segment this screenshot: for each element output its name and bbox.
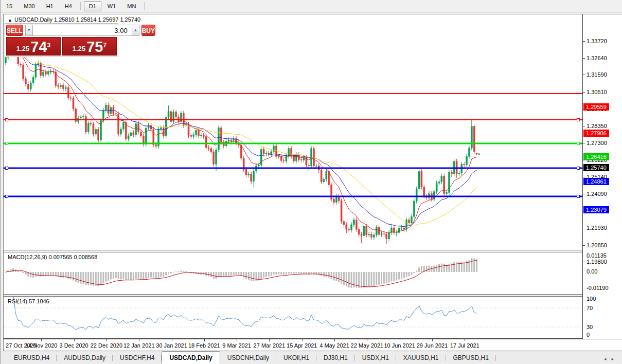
toolbar-separator (144, 2, 145, 10)
buy-button[interactable]: BUY (141, 25, 155, 36)
line-handle[interactable] (577, 142, 580, 145)
ask-big-digits: 75 (86, 40, 103, 53)
chart-tab-usdcad-daily[interactable]: USDCAD,Daily (162, 351, 220, 364)
price-axis-label: 1.28350 (587, 123, 607, 130)
macd-axis-label: 0.00 (587, 268, 597, 275)
chart-tab-bar: EURUSD,H4AUDUSD,DailyUSDCHF,H4USDCAD,Dai… (1, 352, 622, 364)
chart-tab-ukoil-h1[interactable]: UKOil,H1 (276, 352, 316, 364)
date-axis-tick (334, 339, 335, 341)
rsi-label: RSI(14) 57.1046 (8, 298, 49, 304)
ask-pipette: 7 (103, 38, 106, 53)
price-axis-label: 1.31590 (587, 71, 607, 78)
chart-tab-usdx-h1[interactable]: USDX,H1 (355, 352, 396, 364)
line-handle[interactable] (577, 167, 580, 169)
ohlc-open: 1.25810 (54, 16, 75, 23)
ohlc-close: 1.25740 (120, 16, 140, 23)
chart-tab-dj30-h1[interactable]: DJ30,H1 (316, 352, 355, 364)
volume-input[interactable] (33, 25, 132, 36)
price-axis-tick (583, 143, 585, 143)
ohlc-high: 1.25814 (76, 16, 97, 23)
date-axis[interactable]: 27 Oct 202014 Nov 20203 Dec 202022 Dec 2… (4, 339, 622, 351)
timeframe-button-h4[interactable]: H4 (60, 1, 77, 11)
timeframe-button-w1[interactable]: W1 (102, 1, 121, 11)
volume-decrease-button[interactable]: ▼ (25, 25, 33, 36)
ma-slow-line (6, 41, 477, 225)
chart-tab-xauusd-h1[interactable]: XAUUSD,H1 (396, 352, 446, 364)
toolbar-separator (80, 2, 81, 10)
date-axis-label: 17 Jul 2021 (450, 342, 479, 349)
date-axis-tick (432, 339, 433, 341)
ask-price-panel[interactable]: 1.25 75 7 (62, 37, 117, 56)
rsi-line (11, 297, 477, 330)
price-axis-label: 1.32640 (587, 55, 607, 62)
date-axis-tick (9, 339, 9, 341)
price-axis-tick (583, 228, 585, 228)
date-axis-tick (204, 339, 205, 341)
price-axis[interactable]: 1.337201.326401.315901.305101.294301.283… (582, 14, 622, 339)
symbol-period-label: USDCAD,Daily (14, 16, 52, 23)
line-handle[interactable] (6, 142, 8, 145)
date-axis-label: 12 Jan 2021 (123, 342, 155, 349)
chart-tab-audusd-daily[interactable]: AUDUSD,Daily (57, 352, 113, 364)
bid-price-panel[interactable]: 1.25 74 3 (6, 37, 61, 56)
date-axis-label: 14 Nov 2020 (25, 342, 57, 349)
price-axis-tick (583, 245, 585, 246)
collapse-icon[interactable]: ▲ (8, 17, 12, 23)
trading-terminal: 15M30H1H4D1W1MN ▲USDCAD,Daily 1.25810 1.… (0, 0, 622, 364)
timeframe-button-mn[interactable]: MN (122, 1, 141, 11)
current-price-tag: 1.25740 (583, 164, 609, 171)
price-axis-tick (583, 92, 585, 93)
line-handle[interactable] (577, 195, 580, 197)
timeframe-button-15[interactable]: 15 (1, 1, 17, 11)
price-axis-label: 1.20850 (587, 242, 607, 249)
price-axis-label: 1.24090 (587, 191, 607, 197)
date-axis-label: 18 Feb 2021 (188, 342, 220, 349)
price-axis-label: 1.19800 (587, 259, 607, 265)
tab-scroll-right-icon[interactable]: ▸ (611, 356, 619, 361)
macd-axis-label: 0.01135 (587, 252, 607, 259)
bid-prefix: 1.25 (16, 44, 29, 53)
last-price-dot (478, 153, 480, 155)
ma-medium-line (6, 52, 477, 227)
chart-tab-usdcnh-daily[interactable]: USDCNH,Daily (220, 352, 276, 364)
rsi-panel: RSI(14) 57.1046 (4, 297, 582, 339)
chart-tab-gbpusd-h1[interactable]: GBPUSD,H1 (446, 352, 496, 364)
chart-tab-eurusd-h4[interactable]: EURUSD,H4 (7, 352, 57, 364)
price-axis-tick (583, 41, 585, 42)
price-axis-tick (583, 262, 585, 262)
level-price-tag: 1.24861 (583, 178, 609, 185)
ask-prefix: 1.25 (73, 44, 85, 53)
rsi-axis-label: 0 (587, 332, 590, 338)
line-handle[interactable] (6, 167, 8, 169)
date-axis-tick (41, 339, 42, 341)
line-handle[interactable] (6, 195, 8, 197)
price-axis-tick (583, 75, 585, 75)
date-axis-tick (367, 339, 367, 341)
timeframe-button-h1[interactable]: H1 (41, 1, 59, 11)
date-axis-tick (400, 339, 400, 341)
date-axis-label: 4 May 2021 (319, 342, 349, 349)
volume-increase-button[interactable]: ▲ (132, 25, 139, 36)
sell-button[interactable]: SELL (6, 25, 23, 36)
rsi-value: 57.1046 (29, 298, 49, 304)
line-handle[interactable] (577, 119, 580, 121)
date-axis-label: 9 Mar 2021 (222, 342, 251, 349)
timeframe-toolbar: 15M30H1H4D1W1MN (1, 0, 622, 13)
macd-axis-label: -0.01190 (587, 285, 609, 292)
date-axis-label: 3 Dec 2020 (59, 342, 88, 349)
tab-scroll-arrows[interactable]: ◂▸ (604, 356, 619, 361)
bid-pipette: 3 (47, 38, 50, 53)
date-axis-tick (302, 339, 303, 341)
date-axis-tick (106, 339, 107, 341)
timeframe-button-d1[interactable]: D1 (84, 1, 101, 11)
rsi-plot[interactable] (4, 297, 582, 338)
one-click-trading-panel: SELL ▼ ▲ BUY 1.25 74 3 1.25 (5, 23, 118, 57)
timeframe-button-m30[interactable]: M30 (19, 1, 40, 11)
tab-scroll-left-icon[interactable]: ◂ (604, 356, 612, 361)
chart-title: ▲USDCAD,Daily 1.25810 1.25814 1.25697 1.… (8, 16, 140, 23)
bid-big-digits: 74 (30, 40, 47, 53)
chart-tab-usdchf-h4[interactable]: USDCHF,H4 (113, 352, 162, 364)
date-axis-tick (237, 339, 237, 341)
level-price-tag: 1.29559 (583, 103, 609, 111)
line-handle[interactable] (6, 119, 8, 121)
